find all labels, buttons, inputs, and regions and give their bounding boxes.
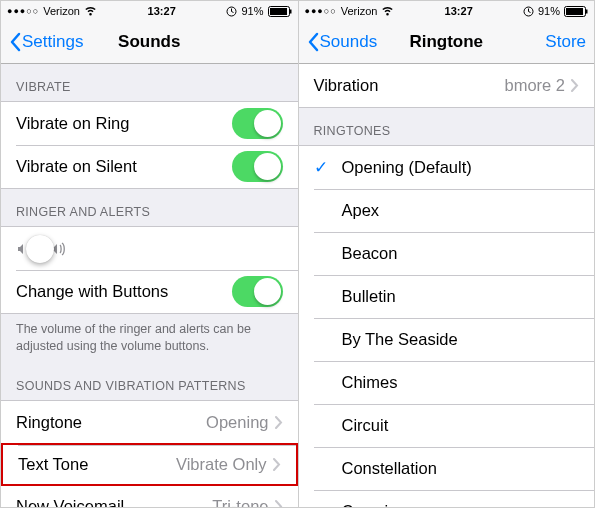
nav-bar: Settings Sounds	[1, 21, 298, 64]
cell-label: Change with Buttons	[16, 282, 232, 301]
ringtone-item[interactable]: Constellation	[299, 447, 595, 490]
nav-bar: Sounds Ringtone Store	[299, 21, 595, 64]
chevron-right-icon	[571, 79, 579, 92]
battery-pct-label: 91%	[241, 5, 263, 17]
clock-label: 13:27	[445, 5, 473, 17]
ringtone-label: Opening (Default)	[342, 158, 580, 177]
volume-slider-row[interactable]	[1, 227, 298, 270]
ringtone-item[interactable]: Circuit	[299, 404, 595, 447]
ringtone-label: Circuit	[342, 416, 580, 435]
ringtone-item[interactable]: Apex	[299, 189, 595, 232]
chevron-left-icon	[9, 32, 21, 52]
chevron-left-icon	[307, 32, 319, 52]
back-button[interactable]: Sounds	[307, 32, 378, 52]
battery-icon	[564, 6, 588, 17]
ringtone-item[interactable]: Cosmic	[299, 490, 595, 507]
cell-label: Vibrate on Silent	[16, 157, 232, 176]
ringtone-label: Constellation	[342, 459, 580, 478]
signal-strength-icon: ●●●○○	[305, 6, 337, 16]
ringtone-label: Bulletin	[342, 287, 580, 306]
vibrate-on-ring-row[interactable]: Vibrate on Ring	[1, 102, 298, 145]
store-button[interactable]: Store	[545, 32, 586, 52]
battery-pct-label: 91%	[538, 5, 560, 17]
vibrate-on-silent-row[interactable]: Vibrate on Silent	[1, 145, 298, 188]
ringtone-item[interactable]: By The Seaside	[299, 318, 595, 361]
svg-rect-7	[586, 9, 588, 13]
vibrate-on-ring-toggle[interactable]	[232, 108, 283, 139]
svg-rect-3	[290, 9, 292, 13]
change-with-buttons-row[interactable]: Change with Buttons	[1, 270, 298, 313]
battery-icon	[268, 6, 292, 17]
text-tone-row[interactable]: Text Tone Vibrate Only	[1, 443, 298, 486]
svg-rect-6	[566, 8, 583, 15]
ringtone-item[interactable]: Beacon	[299, 232, 595, 275]
signal-strength-icon: ●●●○○	[7, 6, 39, 16]
svg-rect-2	[270, 8, 287, 15]
cell-label: New Voicemail	[16, 497, 212, 507]
section-footer-ringer: The volume of the ringer and alerts can …	[1, 314, 298, 363]
section-header-vibrate: VIBRATE	[1, 64, 298, 101]
checkmark-icon: ✓	[314, 157, 342, 178]
status-bar: ●●●○○ Verizon 13:27 91%	[1, 1, 298, 21]
cell-label: Vibrate on Ring	[16, 114, 232, 133]
chevron-right-icon	[275, 416, 283, 429]
ringtone-label: By The Seaside	[342, 330, 580, 349]
vibration-row[interactable]: Vibration bmore 2	[299, 64, 595, 107]
status-bar: ●●●○○ Verizon 13:27 91%	[299, 1, 595, 21]
cell-detail: Opening	[206, 413, 268, 432]
chevron-right-icon	[275, 500, 283, 507]
ringtone-item[interactable]: ✓Opening (Default)	[299, 146, 595, 189]
wifi-icon	[381, 6, 394, 16]
ringtone-label: Beacon	[342, 244, 580, 263]
vibrate-on-silent-toggle[interactable]	[232, 151, 283, 182]
new-voicemail-row[interactable]: New Voicemail Tri-tone	[1, 485, 298, 507]
section-header-ringer: RINGER AND ALERTS	[1, 189, 298, 226]
ringtone-label: Chimes	[342, 373, 580, 392]
chevron-right-icon	[273, 458, 281, 471]
section-header-ringtones: RINGTONES	[299, 108, 595, 145]
ringtone-label: Apex	[342, 201, 580, 220]
clock-label: 13:27	[148, 5, 176, 17]
ringtone-row[interactable]: Ringtone Opening	[1, 401, 298, 444]
ringtone-screen: ●●●○○ Verizon 13:27 91% Sounds Ringtone …	[298, 1, 595, 507]
rotation-lock-icon	[523, 6, 534, 17]
sounds-screen: ●●●○○ Verizon 13:27 91% Settings Sounds …	[1, 1, 298, 507]
back-label: Sounds	[320, 32, 378, 52]
ringtone-item[interactable]: Bulletin	[299, 275, 595, 318]
cell-label: Ringtone	[16, 413, 206, 432]
cell-detail: Tri-tone	[212, 497, 268, 507]
change-with-buttons-toggle[interactable]	[232, 276, 283, 307]
wifi-icon	[84, 6, 97, 16]
carrier-label: Verizon	[43, 5, 80, 17]
section-header-patterns: SOUNDS AND VIBRATION PATTERNS	[1, 363, 298, 400]
slider-thumb[interactable]	[26, 235, 54, 263]
cell-label: Vibration	[314, 76, 505, 95]
cell-label: Text Tone	[18, 455, 176, 474]
cell-detail: bmore 2	[504, 76, 565, 95]
cell-detail: Vibrate Only	[176, 455, 267, 474]
rotation-lock-icon	[226, 6, 237, 17]
back-button[interactable]: Settings	[9, 32, 83, 52]
back-label: Settings	[22, 32, 83, 52]
ringtone-label: Cosmic	[342, 502, 580, 507]
carrier-label: Verizon	[341, 5, 378, 17]
ringtone-item[interactable]: Chimes	[299, 361, 595, 404]
